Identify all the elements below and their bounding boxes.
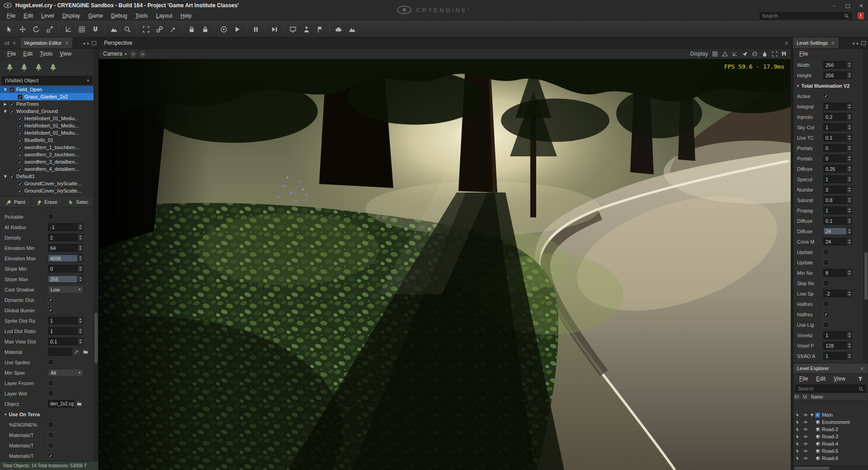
vegetation-filter-dropdown[interactable]: (Visible) Object ▾ xyxy=(2,76,92,85)
property-checkbox[interactable] xyxy=(48,390,54,396)
ai-navigation-icon[interactable] xyxy=(300,23,313,35)
menu-game[interactable]: Game xyxy=(84,11,107,20)
visible-toggle-icon[interactable] xyxy=(802,434,810,439)
veg-menu-file[interactable]: File xyxy=(4,49,19,58)
property-checkbox[interactable] xyxy=(823,259,829,265)
level-settings-menu-file[interactable]: File xyxy=(795,49,812,58)
spinner-buttons[interactable] xyxy=(77,265,83,272)
property-checkbox[interactable]: ✓ xyxy=(48,307,54,313)
tab-close-icon[interactable]: × xyxy=(12,41,16,46)
column-visible[interactable]: Vi xyxy=(802,394,810,401)
error-badge[interactable]: ! xyxy=(858,12,864,19)
spinner-buttons[interactable] xyxy=(77,338,83,345)
tree-item-pinetrees[interactable]: ▶✓PineTrees xyxy=(0,100,94,108)
menu-edit[interactable]: Edit xyxy=(19,11,37,20)
menu-debug[interactable]: Debug xyxy=(107,11,131,20)
object-file-field[interactable]: den_2x2.cgf xyxy=(48,400,74,408)
property-number-field[interactable]: 1 xyxy=(823,331,852,339)
visible-toggle-icon[interactable] xyxy=(802,412,810,418)
tree-item-default1[interactable]: ▼✓Default1 xyxy=(0,173,94,180)
spinner-buttons[interactable] xyxy=(846,269,852,276)
zoom-tool-icon[interactable] xyxy=(121,23,134,35)
property-checkbox[interactable] xyxy=(48,380,54,386)
tab-close-icon[interactable]: × xyxy=(831,41,835,46)
camera-menu[interactable]: Camera xyxy=(103,51,123,57)
spinner-buttons[interactable] xyxy=(77,276,83,282)
visible-toggle-icon[interactable] xyxy=(802,441,810,446)
explorer-menu-edit[interactable]: Edit xyxy=(812,374,830,383)
camera-cycle-icon[interactable]: » xyxy=(130,51,137,57)
screenshot-icon[interactable] xyxy=(346,23,359,35)
column-frozen[interactable]: Fr xyxy=(793,394,802,401)
spinner-buttons[interactable] xyxy=(846,145,852,151)
property-checkbox[interactable] xyxy=(48,214,54,220)
pick-object-icon[interactable] xyxy=(167,23,179,35)
column-name[interactable]: Name xyxy=(810,394,868,401)
object-browse-button[interactable] xyxy=(75,400,83,408)
tab-close-icon[interactable]: × xyxy=(785,41,788,46)
property-checkbox[interactable] xyxy=(823,301,829,307)
visibility-checkbox[interactable]: ✓ xyxy=(18,181,23,186)
property-number-field[interactable]: 256 xyxy=(823,71,852,79)
humidity-toggle-icon[interactable] xyxy=(762,51,768,57)
spinner-buttons[interactable] xyxy=(846,72,852,79)
visibility-checkbox[interactable]: ✓ xyxy=(18,188,23,193)
visible-toggle-icon[interactable] xyxy=(802,419,810,425)
property-number-field[interactable]: 0 xyxy=(48,265,83,273)
property-number-field[interactable]: 0.8 xyxy=(823,196,852,204)
menu-level[interactable]: Level xyxy=(37,11,58,20)
visibility-checkbox[interactable]: ✓ xyxy=(18,145,23,150)
select-tool-icon[interactable] xyxy=(3,23,15,35)
property-number-field[interactable]: 1 xyxy=(48,327,83,335)
viewport-layout-icon[interactable] xyxy=(287,23,299,35)
spinner-buttons[interactable] xyxy=(846,113,852,120)
expander-icon[interactable]: ▼ xyxy=(3,109,8,113)
explorer-row-main[interactable]: ▼✓Main xyxy=(793,411,868,418)
property-checkbox[interactable]: ✓ xyxy=(823,311,829,317)
terrain-tool-icon[interactable] xyxy=(108,23,120,35)
panel-menu-icon[interactable] xyxy=(861,41,866,45)
environment-cloud-icon[interactable] xyxy=(332,23,345,35)
spinner-buttons[interactable] xyxy=(846,238,852,245)
helpers-toggle[interactable]: H xyxy=(782,51,786,57)
tab-scroll-right-icon[interactable]: ▸ xyxy=(857,41,859,46)
snap-angle-icon[interactable] xyxy=(62,23,75,35)
spinner-buttons[interactable] xyxy=(846,352,852,359)
property-checkbox[interactable] xyxy=(48,359,54,365)
section-caret-icon[interactable]: ▾ xyxy=(797,84,799,88)
menu-help[interactable]: Help xyxy=(176,11,196,20)
explorer-menu-file[interactable]: File xyxy=(795,374,812,383)
ruler-toggle-icon[interactable] xyxy=(732,51,738,57)
display-menu[interactable]: Display xyxy=(690,51,708,57)
explorer-row-road-5[interactable]: Road-5 xyxy=(793,447,868,455)
tab-close-icon[interactable]: × xyxy=(860,366,864,371)
tab-scroll-left-icon[interactable]: ◂ xyxy=(83,41,85,46)
fullscreen-toggle-icon[interactable] xyxy=(772,51,778,57)
select-mode-button[interactable]: Selec xyxy=(63,197,94,207)
grid-toggle-icon[interactable] xyxy=(712,51,718,57)
tab-scroll-left-icon[interactable]: ◂ xyxy=(852,41,854,46)
wireframe-toggle-icon[interactable] xyxy=(722,51,728,57)
spinner-buttons[interactable] xyxy=(846,290,852,297)
spinner-buttons[interactable] xyxy=(846,207,852,214)
frozen-toggle-icon[interactable] xyxy=(793,427,802,432)
property-number-field[interactable]: 0 xyxy=(823,155,852,162)
tab-level-settings[interactable]: Level Settings × xyxy=(793,38,839,48)
frozen-toggle-icon[interactable] xyxy=(793,456,802,461)
veg-menu-edit[interactable]: Edit xyxy=(19,49,36,58)
property-number-field[interactable]: 1 xyxy=(823,123,852,131)
tree-item-field-open[interactable]: ▼✓Field_Open xyxy=(0,86,94,93)
spinner-buttons[interactable] xyxy=(77,234,83,241)
property-dropdown[interactable]: Low▾ xyxy=(48,286,83,293)
property-number-field[interactable]: 2 xyxy=(48,234,83,241)
spinner-buttons[interactable] xyxy=(77,244,83,251)
property-number-field[interactable]: 24 xyxy=(823,227,852,235)
close-button[interactable]: × xyxy=(854,0,868,11)
section-caret-icon[interactable]: ▾ xyxy=(5,412,7,417)
frozen-toggle-icon[interactable] xyxy=(793,449,802,453)
spinner-buttons[interactable] xyxy=(846,155,852,162)
property-number-field[interactable]: 4096 xyxy=(48,254,83,262)
property-number-field[interactable]: 8 xyxy=(823,269,852,277)
spinner-buttons[interactable] xyxy=(846,61,852,68)
rotate-tool-icon[interactable] xyxy=(30,23,42,35)
